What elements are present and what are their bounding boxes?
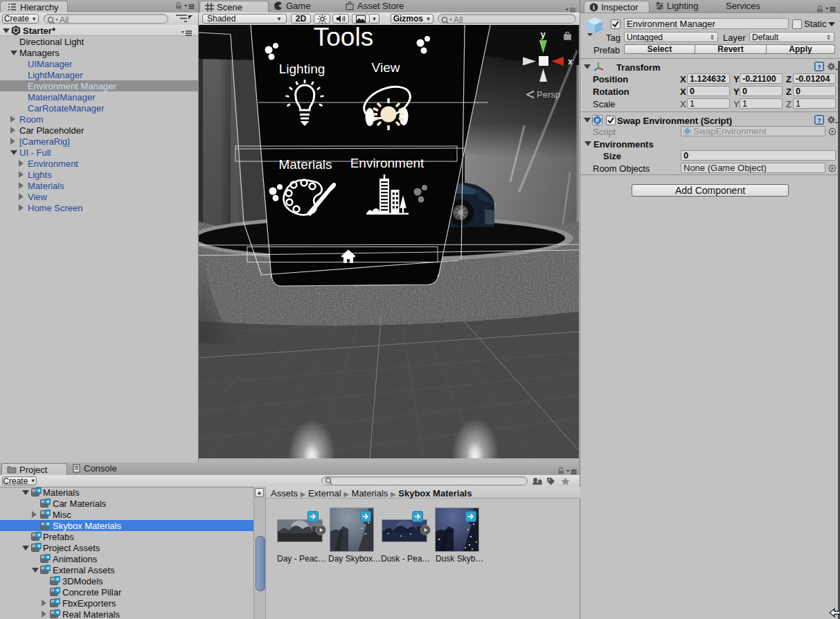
svg-text:?: ?: [817, 117, 821, 124]
svg-text:#: #: [596, 116, 600, 124]
svg-text:Tools: Tools: [314, 25, 373, 51]
svg-text:Environment: Environment: [350, 156, 425, 170]
svg-text:y: y: [540, 29, 546, 39]
svg-text:Lighting: Lighting: [279, 62, 325, 76]
svg-text:View: View: [372, 60, 400, 75]
svg-text:Materials: Materials: [278, 157, 332, 172]
svg-text:i: i: [593, 3, 595, 11]
svg-text:?: ?: [817, 64, 821, 71]
svg-text:Persp: Persp: [537, 89, 560, 100]
svg-text:All: All: [454, 16, 463, 24]
svg-text:All: All: [60, 16, 69, 24]
svg-text:x: x: [568, 57, 573, 66]
